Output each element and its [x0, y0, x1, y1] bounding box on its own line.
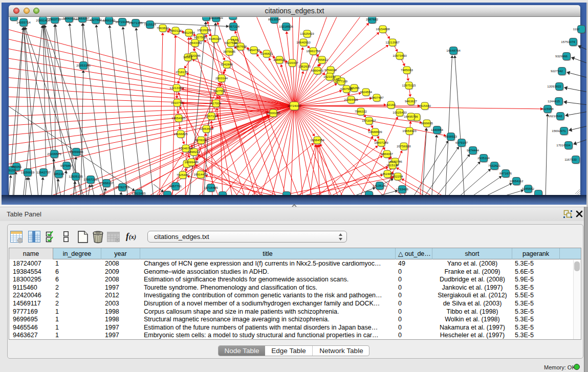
svg-text:8938923: 8938923: [445, 135, 458, 138]
svg-text:15226058: 15226058: [197, 28, 211, 32]
svg-text:16495756: 16495756: [404, 115, 418, 118]
svg-text:20891406: 20891406: [36, 18, 50, 22]
svg-text:8813054: 8813054: [268, 17, 281, 21]
svg-text:10688609: 10688609: [368, 130, 382, 134]
svg-text:9474444: 9474444: [467, 148, 480, 152]
svg-text:985061: 985061: [11, 165, 22, 168]
svg-text:6579197: 6579197: [455, 141, 468, 144]
svg-text:10025433: 10025433: [393, 111, 407, 114]
svg-text:2718176: 2718176: [176, 70, 188, 74]
svg-text:12923465: 12923465: [132, 191, 146, 195]
svg-text:7515524: 7515524: [144, 23, 157, 26]
svg-text:39159: 39159: [7, 168, 16, 172]
svg-text:10654112: 10654112: [509, 179, 524, 183]
svg-text:8115958: 8115958: [541, 107, 554, 111]
svg-text:10973493: 10973493: [393, 54, 407, 57]
svg-text:16914479: 16914479: [193, 172, 208, 176]
svg-text:12942737: 12942737: [36, 170, 51, 174]
svg-text:9657791: 9657791: [169, 184, 182, 188]
svg-text:1112: 1112: [573, 27, 580, 31]
svg-text:8912954: 8912954: [183, 31, 195, 34]
svg-text:1803711: 1803711: [49, 17, 61, 21]
svg-text:9884067: 9884067: [381, 152, 394, 156]
svg-text:15751074: 15751074: [561, 40, 575, 43]
svg-text:252254: 252254: [393, 174, 403, 178]
svg-text:9975867: 9975867: [60, 164, 73, 167]
svg-text:12975115: 12975115: [402, 83, 416, 87]
svg-text:9699695: 9699695: [421, 121, 433, 125]
svg-text:15720407: 15720407: [362, 119, 376, 122]
svg-text:8660124: 8660124: [169, 29, 182, 32]
svg-text:17359934: 17359934: [69, 150, 83, 154]
svg-text:14055714: 14055714: [16, 20, 31, 24]
svg-text:1010755: 1010755: [171, 101, 184, 104]
svg-text:6497568: 6497568: [340, 87, 353, 91]
svg-text:10719155: 10719155: [115, 20, 129, 24]
svg-text:8454749: 8454749: [248, 48, 260, 52]
svg-text:1733426: 1733426: [396, 187, 409, 191]
svg-text:7955812: 7955812: [316, 58, 329, 61]
svg-text:8471676: 8471676: [499, 171, 512, 175]
svg-text:18300295: 18300295: [266, 111, 280, 115]
svg-text:1362615: 1362615: [298, 64, 311, 68]
svg-text:12093822: 12093822: [547, 84, 561, 88]
svg-text:6466160: 6466160: [103, 18, 116, 22]
svg-text:10046766: 10046766: [179, 146, 193, 150]
svg-text:6794028: 6794028: [324, 68, 337, 72]
svg-text:8186328: 8186328: [209, 37, 222, 40]
svg-text:7986322: 7986322: [355, 110, 367, 113]
svg-text:62160: 62160: [386, 103, 396, 106]
svg-text:16154808: 16154808: [376, 27, 390, 31]
svg-text:9242848: 9242848: [221, 62, 233, 66]
svg-text:8990443: 8990443: [311, 69, 324, 72]
svg-text:16210643: 16210643: [548, 114, 562, 118]
svg-text:13325419: 13325419: [300, 32, 314, 35]
svg-text:15716485: 15716485: [204, 186, 218, 189]
svg-text:417004: 417004: [211, 101, 222, 105]
svg-text:7485063: 7485063: [401, 68, 413, 72]
svg-text:16120746: 16120746: [388, 160, 402, 163]
svg-text:9427552: 9427552: [213, 89, 226, 93]
svg-text:16033809: 16033809: [209, 16, 223, 19]
svg-text:1498222: 1498222: [188, 150, 201, 154]
svg-text:15692971: 15692971: [552, 129, 566, 133]
svg-text:11156819: 11156819: [21, 170, 35, 174]
svg-text:9327503: 9327503: [194, 35, 207, 39]
svg-text:1615132: 1615132: [386, 163, 399, 167]
svg-text:20756928: 20756928: [397, 144, 411, 148]
svg-text:10653287: 10653287: [75, 16, 90, 20]
svg-text:9327508: 9327508: [225, 41, 237, 45]
svg-text:19654925: 19654925: [171, 116, 186, 120]
svg-text:19166825: 19166825: [173, 132, 188, 136]
svg-text:7857224: 7857224: [227, 25, 240, 28]
svg-text:16782759: 16782759: [115, 185, 129, 189]
svg-text:10807487: 10807487: [369, 96, 384, 99]
svg-text:16961758: 16961758: [306, 49, 320, 53]
svg-text:3824554: 3824554: [360, 90, 373, 94]
svg-text:9146821: 9146821: [260, 52, 273, 55]
svg-text:1440954: 1440954: [431, 128, 444, 132]
svg-text:17957225: 17957225: [83, 178, 98, 181]
svg-text:9515440: 9515440: [419, 104, 431, 107]
svg-text:9227342: 9227342: [551, 69, 563, 73]
svg-text:12213967: 12213967: [385, 40, 400, 44]
svg-text:1588520: 1588520: [273, 58, 286, 61]
svg-text:2867608: 2867608: [234, 45, 247, 48]
svg-text:19218506: 19218506: [279, 25, 293, 28]
svg-text:7663822: 7663822: [157, 26, 169, 30]
svg-text:9329966: 9329966: [555, 54, 568, 58]
svg-text:2935114: 2935114: [477, 156, 490, 160]
svg-text:12353594: 12353594: [199, 127, 213, 130]
svg-text:17016504: 17016504: [556, 143, 571, 147]
svg-text:18724007: 18724007: [287, 104, 301, 107]
svg-text:8267130: 8267130: [205, 114, 218, 118]
svg-text:8220337: 8220337: [286, 61, 299, 64]
svg-text:3875685: 3875685: [223, 50, 236, 53]
svg-text:8878332: 8878332: [195, 138, 208, 142]
svg-text:16099489: 16099489: [184, 160, 199, 164]
svg-text:14136141: 14136141: [373, 184, 387, 187]
svg-text:12505135: 12505135: [69, 174, 83, 178]
svg-text:7625402: 7625402: [177, 173, 189, 177]
svg-text:2803144: 2803144: [215, 76, 228, 80]
svg-text:18807249: 18807249: [374, 141, 388, 144]
